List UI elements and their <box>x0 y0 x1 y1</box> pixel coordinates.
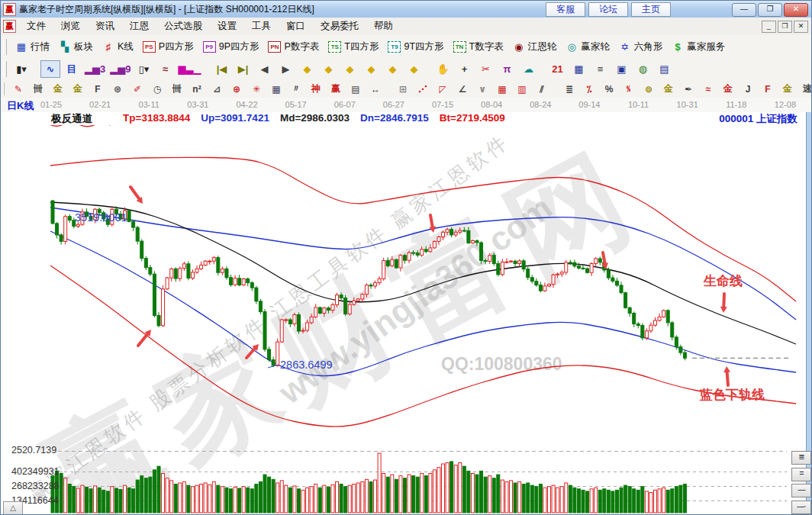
bars-3-button[interactable]: ▂▅3 <box>83 60 107 78</box>
layout-2-panes-button[interactable]: = <box>791 468 811 481</box>
forum-button[interactable]: 论坛 <box>588 2 628 17</box>
sectors-button[interactable]: ▚板块 <box>54 39 98 55</box>
gann-shift-left-button[interactable]: ◆ <box>297 60 317 78</box>
last-page-button[interactable]: ▶| <box>233 60 253 78</box>
p9-square-button[interactable]: P99P四方形 <box>198 39 264 55</box>
web-grid-button[interactable]: ▦ <box>267 82 285 97</box>
menu-file[interactable]: 文件 <box>19 18 53 35</box>
gold-grid-1-button[interactable]: 金 <box>49 82 67 97</box>
layout-1-pane-button[interactable]: — <box>791 484 811 497</box>
percent-grid-button[interactable]: ﹪ <box>620 82 638 97</box>
menu-window[interactable]: 窗口 <box>279 18 313 35</box>
minimize-button[interactable]: — <box>732 3 756 17</box>
hand-tool-button[interactable]: ✋ <box>433 60 453 78</box>
save-button[interactable]: ▣ <box>611 60 631 78</box>
pencil-2-button[interactable]: ✐ <box>128 82 147 97</box>
info-list-button[interactable]: 目 <box>62 60 82 78</box>
shen-tool-button[interactable]: 神 <box>307 82 325 97</box>
p-square-button[interactable]: PSP四方形 <box>138 39 198 55</box>
chart-canvas[interactable] <box>1 125 812 515</box>
next-bar-button[interactable]: ▶ <box>276 60 295 78</box>
wave-lines-button[interactable]: ≈ <box>699 82 717 97</box>
bars-9-button[interactable]: ▂▅9 <box>108 60 132 78</box>
layout-3-panes-button[interactable]: ≣ <box>791 451 811 465</box>
spiral-button[interactable]: ⊛ <box>108 82 127 97</box>
toolbar-drag-handle[interactable] <box>3 61 7 76</box>
grid-123-button[interactable]: ▤ <box>346 82 365 97</box>
gann-shift-right-button[interactable]: ◆ <box>318 60 338 78</box>
red-grid-button[interactable]: ▦ <box>493 82 511 97</box>
time-circle-button[interactable]: ◷ <box>148 82 166 97</box>
gann-expand-button[interactable]: ◆ <box>382 60 402 78</box>
percent-button[interactable]: % <box>600 82 618 97</box>
kline-period-select[interactable]: ▮▾ <box>11 60 31 78</box>
web-star-button[interactable]: ✳ <box>247 82 266 97</box>
gold-angle-button[interactable]: 金 <box>778 82 797 97</box>
menu-help[interactable]: 帮助 <box>366 18 401 35</box>
gold-circle-button[interactable]: ⊚ <box>640 82 658 97</box>
winner-service-button[interactable]: $赢家服务 <box>667 39 730 55</box>
remote-pc-button[interactable]: ▤ <box>654 60 674 78</box>
customer-service-button[interactable]: 客服 <box>546 2 585 17</box>
cut-tool-button[interactable]: ✂ <box>475 60 495 78</box>
fib-grid-button[interactable]: F <box>89 82 107 97</box>
t-square-button[interactable]: TST四方形 <box>324 39 383 55</box>
h-span-button[interactable]: ↔ <box>366 82 385 97</box>
restore-button[interactable]: ❐ <box>758 3 782 17</box>
angle-tool-button[interactable]: ⊿ <box>208 82 226 97</box>
angle-lines-button[interactable]: ∠ <box>453 82 472 97</box>
notes-button[interactable]: ≡ <box>590 60 610 78</box>
circle-cross-button[interactable]: ⊕ <box>227 82 246 97</box>
gold-lines-button[interactable]: 金 <box>659 82 678 97</box>
j-angle-button[interactable]: J <box>739 82 757 97</box>
quotes-button[interactable]: ▦行情 <box>11 39 54 55</box>
first-page-button[interactable]: |◀ <box>211 60 231 78</box>
kline-button[interactable]: ♯K线 <box>98 39 138 55</box>
candle-style-select[interactable]: ▯▾ <box>134 60 153 78</box>
menu-browse[interactable]: 浏览 <box>53 18 88 35</box>
prev-bar-button[interactable]: ◀ <box>254 60 274 78</box>
toolbar-drag-handle[interactable] <box>3 82 5 95</box>
fan-box-button[interactable]: ◸ <box>433 82 452 97</box>
toolbar-drag-handle[interactable] <box>3 39 7 55</box>
mdi-minimize-button[interactable]: _ <box>762 21 776 33</box>
k-marks-button[interactable]: 〃 <box>287 82 305 97</box>
t9-square-button[interactable]: T99T四方形 <box>383 39 448 55</box>
gann-center-button[interactable]: ◆ <box>361 60 381 78</box>
pane-slider-button[interactable]: —· <box>791 501 811 514</box>
speed-lines-button[interactable]: 速 <box>798 82 812 97</box>
homepage-button[interactable]: 主页 <box>631 2 671 17</box>
square-numbers-button[interactable]: n² <box>188 82 206 97</box>
gann-shift-updown-button[interactable]: ◆ <box>340 60 359 78</box>
ying-tool-button[interactable]: 赢 <box>327 82 345 97</box>
t-number-table-button[interactable]: TNT数字表 <box>449 39 508 55</box>
draw-pencil-button[interactable]: ✎ <box>9 82 27 97</box>
gann-full-button[interactable]: ◆ <box>404 60 424 78</box>
hexagon-button[interactable]: ✡六角形 <box>614 39 668 55</box>
grid-2-button[interactable]: 卌 <box>168 82 186 97</box>
percent-lines-button[interactable]: ⁒ <box>580 82 598 97</box>
p-number-table-button[interactable]: PNP数字表 <box>263 39 324 55</box>
winner-wheel-button[interactable]: ◎赢家轮 <box>561 39 614 55</box>
web-link-button[interactable]: ◍ <box>633 60 652 78</box>
v-lines-button[interactable]: ∨ <box>473 82 491 97</box>
marker-pen-button[interactable]: ✒ <box>679 82 698 97</box>
calculator-button[interactable]: ▦ <box>569 60 588 78</box>
mdi-restore-button[interactable]: ❐ <box>778 21 792 33</box>
menu-tools[interactable]: 工具 <box>244 18 279 35</box>
mdi-close-button[interactable]: ✕ <box>794 21 808 33</box>
compare-zigzag-button[interactable]: ≈ <box>155 60 175 78</box>
menu-formula-picker[interactable]: 公式选股 <box>156 18 210 35</box>
red-grid-2-button[interactable]: ▥ <box>513 82 531 97</box>
gold-grid-2-button[interactable]: 金 <box>69 82 87 97</box>
f-angle-button[interactable]: F <box>759 82 777 97</box>
price-scale-button[interactable]: ≣ <box>560 82 578 97</box>
fan-lines-button[interactable]: ⋰ <box>414 82 432 97</box>
trend-chart-button[interactable]: ∿ <box>40 60 60 78</box>
gann-wheel-button[interactable]: ◉江恩轮 <box>508 39 562 55</box>
volume-histogram-button[interactable]: ▆▃▁ <box>176 60 202 78</box>
gold-red-lines-button[interactable]: 金 <box>719 82 737 97</box>
menu-trading[interactable]: 交易委托 <box>313 18 366 35</box>
ai-analysis-button[interactable]: ☁ <box>518 60 538 78</box>
close-button[interactable]: ✕ <box>784 3 808 17</box>
